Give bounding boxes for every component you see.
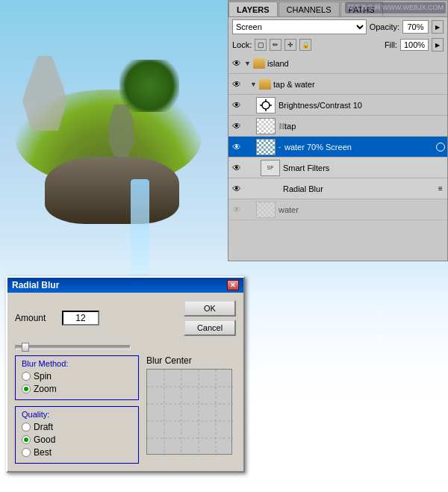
layer-radial-blur[interactable]: 👁 Radial Blur ≡ — [228, 178, 447, 199]
watermark: 网页教学网 WWW.WEBJX.COM — [345, 2, 447, 13]
blur-center-area: Blur Center — [146, 355, 236, 464]
fill-input[interactable] — [400, 39, 429, 51]
layer-name-tap-water: tap & water — [273, 80, 445, 89]
best-radio[interactable] — [22, 448, 31, 457]
slider-row — [15, 342, 236, 349]
dialog-titlebar: Radial Blur ✕ — [7, 278, 243, 293]
layer-name-smart-filters: Smart Filters — [283, 164, 445, 172]
good-label: Good — [34, 435, 55, 445]
layer-name-island: island — [267, 59, 445, 68]
angel-statue — [22, 56, 67, 131]
eye-icon-tap[interactable]: 👁 — [231, 120, 243, 132]
opacity-input[interactable] — [402, 20, 429, 34]
fill-label: Fill: — [385, 40, 397, 49]
quality-label: Quality: — [22, 410, 132, 419]
expand-island[interactable]: ▼ — [244, 60, 253, 67]
blur-method-label: Blur Method: — [22, 359, 132, 368]
lock-label: Lock: — [232, 40, 252, 49]
layer-island[interactable]: 👁 ▼ island — [228, 53, 447, 74]
eye-icon-tap-water[interactable]: 👁 — [231, 78, 243, 90]
dialog-close-button[interactable]: ✕ — [227, 280, 239, 290]
blur-center-label: Blur Center — [146, 355, 236, 366]
blur-center-svg[interactable] — [147, 370, 233, 455]
amount-input[interactable] — [62, 311, 99, 326]
dialog-title: Radial Blur — [12, 280, 59, 290]
lock-transparency-btn[interactable]: ▢ — [255, 39, 267, 51]
slider-thumb[interactable] — [22, 343, 29, 352]
link-icon-water: - — [279, 143, 284, 151]
expand-tap-water[interactable]: ▼ — [250, 81, 259, 88]
trees — [119, 60, 179, 112]
spin-label: Spin — [34, 371, 52, 382]
draft-radio[interactable] — [22, 423, 31, 432]
layer-water2[interactable]: 👁 water — [228, 199, 447, 220]
eye-icon-water[interactable]: 👁 — [231, 141, 243, 153]
layer-smart-filters[interactable]: 👁 SF Smart Filters — [228, 158, 447, 178]
lock-row: Lock: ▢ ✏ ✛ 🔒 Fill: ▶ — [228, 37, 447, 53]
quality-group: Quality: Draft Good Best — [15, 406, 139, 464]
dialog-content: Blur Method: Spin Zoom Quality: — [15, 355, 236, 464]
ok-button[interactable]: OK — [184, 300, 236, 317]
opacity-label: Opacity: — [370, 22, 399, 31]
eye-icon-brightness[interactable]: 👁 — [231, 99, 243, 111]
dialog-left-panel: Blur Method: Spin Zoom Quality: — [15, 355, 139, 464]
filter-options-icon[interactable]: ≡ — [436, 184, 445, 193]
layer-name-brightness: Brightness/Contrast 10 — [279, 101, 445, 110]
eye-icon-island[interactable]: 👁 — [231, 57, 243, 69]
blur-center-grid[interactable] — [146, 369, 232, 455]
layer-name-radial-blur: Radial Blur — [283, 184, 436, 193]
scene-area — [0, 0, 220, 265]
thumb-tap — [256, 118, 276, 134]
blur-method-group: Blur Method: Spin Zoom — [15, 355, 139, 400]
eye-icon-water2[interactable]: 👁 — [231, 204, 243, 216]
tab-layers[interactable]: LAYERS — [228, 1, 278, 16]
thumb-water2 — [256, 202, 276, 218]
blend-mode-select[interactable]: Screen Normal Multiply — [232, 19, 367, 34]
amount-slider[interactable] — [15, 345, 131, 349]
amount-row: Amount OK Cancel — [15, 300, 236, 336]
lock-image-btn[interactable]: ✏ — [270, 39, 281, 51]
layer-name-water: water 70% Screen — [284, 143, 435, 152]
layers-panel: 网页教学网 WWW.WEBJX.COM LAYERS CHANNELS PATH… — [228, 0, 448, 261]
cancel-button[interactable]: Cancel — [184, 320, 236, 336]
zoom-label: Zoom — [34, 384, 57, 394]
water-indicator — [436, 143, 445, 152]
eye-icon-radial-blur[interactable]: 👁 — [231, 183, 243, 195]
dialog-body: Amount OK Cancel Blur Method: — [7, 293, 243, 471]
fill-arrow[interactable]: ▶ — [432, 38, 444, 52]
tab-channels[interactable]: CHANNELS — [279, 1, 340, 16]
link-icon-tap: ⛓ — [279, 122, 284, 130]
thumb-smart-filters: SF — [261, 160, 280, 176]
radio-spin[interactable]: Spin — [22, 371, 132, 382]
radio-best[interactable]: Best — [22, 447, 132, 458]
spin-radio[interactable] — [22, 372, 31, 381]
layer-name-tap: tap — [284, 122, 445, 131]
eye-icon-smart-filters[interactable]: 👁 — [231, 162, 243, 174]
lock-all-btn[interactable]: 🔒 — [299, 39, 311, 51]
layer-tap[interactable]: 👁 ⛓ tap — [228, 116, 447, 137]
opacity-arrow[interactable]: ▶ — [432, 20, 444, 34]
layer-name-water2: water — [279, 205, 445, 214]
radio-good[interactable]: Good — [22, 435, 132, 445]
draft-label: Draft — [34, 422, 53, 432]
folder-icon-tap-water — [259, 79, 271, 90]
good-radio[interactable] — [22, 435, 31, 444]
zoom-radio[interactable] — [22, 384, 31, 393]
thumb-water — [256, 139, 276, 155]
thumb-brightness — [256, 97, 276, 113]
layer-brightness[interactable]: 👁 Brightness/Contrast 10 — [228, 95, 447, 116]
radio-draft[interactable]: Draft — [22, 422, 132, 432]
best-label: Best — [34, 447, 52, 458]
island-rock — [45, 157, 179, 224]
radio-zoom[interactable]: Zoom — [22, 384, 132, 394]
layer-water[interactable]: 👁 - water 70% Screen — [228, 137, 447, 158]
lock-position-btn[interactable]: ✛ — [284, 39, 296, 51]
blend-mode-row: Screen Normal Multiply Opacity: ▶ — [228, 17, 447, 37]
layers-list[interactable]: 👁 ▼ island 👁 ▼ tap & water 👁 — [228, 53, 447, 261]
amount-label: Amount — [15, 313, 56, 323]
radial-blur-dialog: Radial Blur ✕ Amount OK Cancel — [6, 276, 245, 473]
folder-icon-island — [253, 58, 265, 69]
dialog-buttons: OK Cancel — [184, 300, 236, 336]
layer-tap-water[interactable]: 👁 ▼ tap & water — [228, 74, 447, 95]
